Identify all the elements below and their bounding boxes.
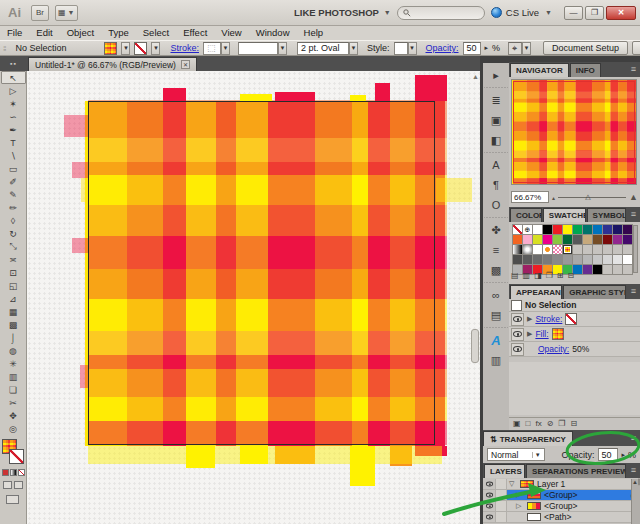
links-icon[interactable]: ∞: [484, 287, 508, 303]
scrollbar-thumb[interactable]: [471, 329, 479, 363]
layer-row[interactable]: ▽Layer 1○: [483, 479, 640, 490]
menu-edit[interactable]: Edit: [29, 26, 59, 40]
tool-type[interactable]: T: [1, 136, 26, 149]
tab-graphic-styles[interactable]: GRAPHIC STYLES: [563, 285, 625, 299]
opacity-stepper[interactable]: ▸: [621, 451, 625, 459]
close-icon[interactable]: ✕: [181, 60, 190, 69]
transparency-tab[interactable]: ⇅ TRANSPARENCY: [483, 431, 573, 446]
workspace-switcher[interactable]: LIKE PHOTOSHOP ▼: [294, 7, 391, 18]
visibility-toggle[interactable]: [483, 490, 496, 500]
tool-selection[interactable]: ↖: [1, 71, 26, 84]
tool-rotate[interactable]: ↻: [1, 227, 26, 240]
disclosure-icon[interactable]: ▶: [527, 330, 532, 338]
layer-row-main[interactable]: ▽Layer 1○: [507, 479, 640, 489]
menu-type[interactable]: Type: [101, 26, 136, 40]
swatch-3-5[interactable]: [563, 255, 572, 264]
stroke-color-chip[interactable]: [134, 42, 147, 55]
tab-layers[interactable]: LAYERS: [484, 464, 525, 478]
expander-icon[interactable]: ▷: [516, 502, 524, 510]
arrange-documents-button[interactable]: ▦▼: [55, 5, 78, 21]
navigator-zoom-field[interactable]: 66.67%: [511, 191, 549, 203]
swatch-0-6[interactable]: [573, 225, 582, 234]
brush-definition-dropdown[interactable]: ▼: [238, 42, 287, 55]
align-icon[interactable]: ≣: [484, 92, 508, 108]
swatch-1-2[interactable]: [533, 235, 542, 244]
tool-blob-brush[interactable]: ✏: [1, 201, 26, 214]
tool-gradient[interactable]: ▩: [1, 318, 26, 331]
swatch-0-1[interactable]: ⊕: [523, 225, 532, 234]
swatch-0-9[interactable]: [603, 225, 612, 234]
stroke-none-chip[interactable]: [565, 313, 577, 325]
tool-direct-selection[interactable]: ▷: [1, 84, 26, 97]
swatch-1-10[interactable]: [613, 235, 622, 244]
visibility-toggle[interactable]: [511, 343, 524, 356]
slider-thumb[interactable]: △: [585, 193, 590, 201]
restore-button[interactable]: ❐: [585, 6, 604, 20]
pathfinder-icon[interactable]: ◧: [484, 132, 508, 148]
document-tab[interactable]: Untitled-1* @ 66.67% (RGB/Preview) ✕: [28, 57, 197, 71]
swatch-libraries-menu-button[interactable]: ▤: [511, 271, 519, 281]
add-new-fill-button[interactable]: □: [526, 419, 531, 429]
tools-panel-header[interactable]: ▪▪: [0, 56, 27, 71]
stroke-swatch[interactable]: [9, 449, 24, 464]
image-icon[interactable]: ▤: [484, 307, 508, 323]
opacity-field[interactable]: 50: [463, 42, 481, 55]
lock-toggle[interactable]: [496, 479, 507, 489]
scroll-up-icon[interactable]: ▲: [472, 73, 479, 80]
swatch-3-0[interactable]: [513, 255, 522, 264]
flash-text-icon[interactable]: A: [484, 332, 508, 348]
swatch-0-5[interactable]: [563, 225, 572, 234]
transform-icon[interactable]: ▣: [484, 112, 508, 128]
tool-paintbrush[interactable]: ✐: [1, 175, 26, 188]
lock-toggle[interactable]: [496, 501, 507, 511]
variable-width-profile-dropdown[interactable]: 2 pt. Oval▼: [297, 42, 358, 55]
tool-rectangle[interactable]: ▭: [1, 162, 26, 175]
layer-name[interactable]: <Path>: [544, 512, 571, 522]
visibility-toggle[interactable]: [511, 313, 524, 326]
opentype-icon[interactable]: O: [484, 197, 508, 213]
swatch-3-1[interactable]: [523, 255, 532, 264]
menu-effect[interactable]: Effect: [176, 26, 214, 40]
swatch-0-8[interactable]: [593, 225, 602, 234]
swatch-3-3[interactable]: [543, 255, 552, 264]
add-effect-button[interactable]: fx: [535, 419, 541, 429]
tool-scale[interactable]: ⤡: [1, 240, 26, 253]
menu-window[interactable]: Window: [249, 26, 297, 40]
menu-object[interactable]: Object: [60, 26, 101, 40]
swatch-3-11[interactable]: [623, 255, 632, 264]
tab-separations-preview[interactable]: SEPARATIONS PREVIEW: [526, 464, 626, 478]
lock-toggle[interactable]: [496, 490, 507, 500]
tool-free-transform[interactable]: ⊡: [1, 266, 26, 279]
swatch-2-3[interactable]: [543, 245, 552, 254]
swatch-0-0[interactable]: [513, 225, 522, 234]
style-dropdown[interactable]: ▼: [394, 42, 417, 55]
layer-name[interactable]: <Group>: [544, 501, 578, 511]
swatch-3-7[interactable]: [583, 255, 592, 264]
screen-mode-button[interactable]: [6, 495, 19, 504]
stroke-link[interactable]: Stroke:: [170, 43, 199, 53]
draw-normal-button[interactable]: [3, 481, 12, 489]
visibility-toggle[interactable]: [483, 512, 496, 522]
opacity-link[interactable]: Opacity:: [426, 43, 459, 53]
appearance-stroke-row[interactable]: ▶ Stroke:: [509, 312, 640, 327]
minimize-button[interactable]: —: [564, 6, 583, 20]
tool-width[interactable]: ≍: [1, 253, 26, 266]
swatch-options-button[interactable]: ◨: [534, 271, 542, 281]
appearance-opacity-row[interactable]: Opacity: 50%: [509, 342, 640, 357]
fill-plaid-chip[interactable]: [552, 328, 564, 340]
opacity-attribute-link[interactable]: Opacity:: [538, 344, 569, 354]
add-new-stroke-button[interactable]: ▣: [513, 419, 521, 429]
swatch-2-2[interactable]: [533, 245, 542, 254]
visibility-toggle[interactable]: [511, 328, 524, 341]
search-input[interactable]: [397, 6, 485, 20]
actions-icon[interactable]: ▸: [484, 67, 508, 83]
blend-mode-dropdown[interactable]: Normal ▼: [487, 448, 545, 461]
layers-scrollbar[interactable]: ▲: [631, 479, 640, 524]
opacity-stepper[interactable]: ▸: [485, 44, 489, 52]
color-button[interactable]: [2, 469, 9, 476]
tool-artboard[interactable]: ❏: [1, 383, 26, 396]
document-setup-button[interactable]: Document Setup: [543, 41, 628, 55]
layer-name[interactable]: Layer 1: [537, 479, 565, 489]
gradient-button[interactable]: [10, 469, 17, 476]
tool-magic-wand[interactable]: ✶: [1, 97, 26, 110]
